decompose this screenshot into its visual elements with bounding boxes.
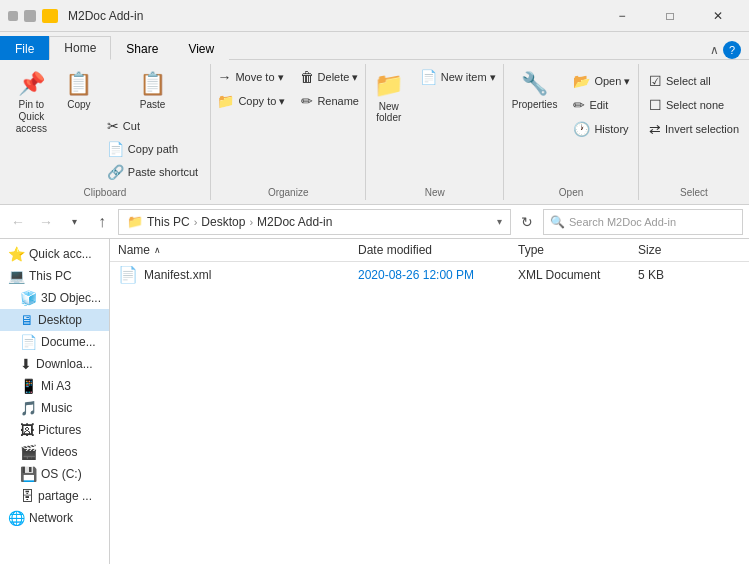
file-date: 2020-08-26 12:00 PM xyxy=(358,268,474,282)
ribbon-tabs: File Home Share View ∧ ? xyxy=(0,32,749,60)
search-box[interactable]: 🔍 Search M2Doc Add-in xyxy=(543,209,743,235)
main-content: ⭐ Quick acc... 💻 This PC 🧊 3D Objec... 🖥… xyxy=(0,239,749,564)
copy-path-icon: 📄 xyxy=(107,141,124,157)
help-icon[interactable]: ? xyxy=(723,41,741,59)
cut-button[interactable]: ✂ Cut xyxy=(100,115,205,137)
xml-file-icon: 📄 xyxy=(118,265,138,284)
copy-button[interactable]: 📋 Copy xyxy=(60,66,98,115)
sidebar-item-documents[interactable]: 📄 Docume... xyxy=(0,331,109,353)
col-size[interactable]: Size xyxy=(630,241,710,259)
sidebar-item-this-pc[interactable]: 💻 This PC xyxy=(0,265,109,287)
path-dropdown-icon[interactable]: ▾ xyxy=(497,216,502,227)
ribbon-group-organize: → Move to ▾ 🗑 Delete ▾ 📁 Copy to ▾ ✏ Ren… xyxy=(211,64,366,200)
open-label: Open xyxy=(559,183,583,198)
sidebar-item-desktop[interactable]: 🖥 Desktop xyxy=(0,309,109,331)
ribbon-collapse-icon[interactable]: ∧ xyxy=(710,43,719,57)
sort-arrow-icon: ∧ xyxy=(154,245,161,255)
delete-button[interactable]: 🗑 Delete ▾ xyxy=(293,66,366,88)
paste-button[interactable]: 📋 Paste xyxy=(132,66,173,115)
desktop-icon: 🖥 xyxy=(20,312,34,328)
path-m2doc[interactable]: M2Doc Add-in xyxy=(257,215,332,229)
address-bar: ← → ▾ ↑ 📁 This PC › Desktop › M2Doc Add-… xyxy=(0,205,749,239)
organize-row2: 📁 Copy to ▾ ✏ Rename xyxy=(210,90,366,112)
new-item-button[interactable]: 📄 New item ▾ xyxy=(413,66,503,88)
new-label: New xyxy=(425,183,445,198)
this-pc-icon: 💻 xyxy=(8,268,25,284)
up-button[interactable]: ↑ xyxy=(90,210,114,234)
sidebar-item-music[interactable]: 🎵 Music xyxy=(0,397,109,419)
file-list-header: Name ∧ Date modified Type Size xyxy=(110,239,749,262)
network-icon: 🌐 xyxy=(8,510,25,526)
path-desktop[interactable]: Desktop xyxy=(201,215,245,229)
properties-button[interactable]: 🔧 Properties xyxy=(505,66,565,115)
history-button[interactable]: 🕐 History xyxy=(566,118,637,140)
sidebar-item-quick-access[interactable]: ⭐ Quick acc... xyxy=(0,243,109,265)
copy-path-button[interactable]: 📄 Copy path xyxy=(100,138,205,160)
col-date[interactable]: Date modified xyxy=(350,241,510,259)
refresh-button[interactable]: ↻ xyxy=(515,210,539,234)
paste-shortcut-label: Paste shortcut xyxy=(128,166,198,178)
col-date-label: Date modified xyxy=(358,243,432,257)
pin-to-quick-access-button[interactable]: 📌 Pin to Quickaccess xyxy=(5,66,58,140)
close-button[interactable]: ✕ xyxy=(695,0,741,32)
documents-icon: 📄 xyxy=(20,334,37,350)
select-all-icon: ☑ xyxy=(649,73,662,89)
new-folder-icon: 📁 xyxy=(374,71,404,99)
sidebar-item-network[interactable]: 🌐 Network xyxy=(0,507,109,529)
partage-label: partage ... xyxy=(38,489,92,503)
path-this-pc[interactable]: This PC xyxy=(147,215,190,229)
paste-shortcut-button[interactable]: 🔗 Paste shortcut xyxy=(100,161,205,183)
sidebar-item-mi-a3[interactable]: 📱 Mi A3 xyxy=(0,375,109,397)
copy-to-button[interactable]: 📁 Copy to ▾ xyxy=(210,90,292,112)
edit-button[interactable]: ✏ Edit xyxy=(566,94,637,116)
move-to-icon: → xyxy=(217,69,231,85)
tab-view[interactable]: View xyxy=(173,36,229,60)
col-name[interactable]: Name ∧ xyxy=(110,241,350,259)
select-all-button[interactable]: ☑ Select all xyxy=(642,70,746,92)
new-folder-button[interactable]: 📁 Newfolder xyxy=(367,66,411,128)
history-label: History xyxy=(594,123,628,135)
downloads-label: Downloa... xyxy=(36,357,93,371)
pin-label: Pin to Quickaccess xyxy=(12,99,51,135)
sidebar-item-videos[interactable]: 🎬 Videos xyxy=(0,441,109,463)
copy-to-icon: 📁 xyxy=(217,93,234,109)
search-icon: 🔍 xyxy=(550,215,565,229)
sidebar-item-pictures[interactable]: 🖼 Pictures xyxy=(0,419,109,441)
new-small-items: 📄 New item ▾ xyxy=(413,66,503,104)
tab-share[interactable]: Share xyxy=(111,36,173,60)
table-row[interactable]: 📄 Manifest.xml 2020-08-26 12:00 PM XML D… xyxy=(110,262,749,288)
sidebar-item-os-c[interactable]: 💾 OS (C:) xyxy=(0,463,109,485)
open-item-button[interactable]: 📂 Open ▾ xyxy=(566,70,637,92)
minimize-button[interactable]: − xyxy=(599,0,645,32)
sidebar-item-3d-objects[interactable]: 🧊 3D Objec... xyxy=(0,287,109,309)
tab-file[interactable]: File xyxy=(0,36,49,60)
col-type[interactable]: Type xyxy=(510,241,630,259)
file-size: 5 KB xyxy=(638,268,664,282)
videos-label: Videos xyxy=(41,445,77,459)
forward-button[interactable]: → xyxy=(34,210,58,234)
recent-button[interactable]: ▾ xyxy=(62,210,86,234)
sidebar-item-partage[interactable]: 🗄 partage ... xyxy=(0,485,109,507)
videos-icon: 🎬 xyxy=(20,444,37,460)
select-none-button[interactable]: ☐ Select none xyxy=(642,94,746,116)
ribbon-group-clipboard: 📌 Pin to Quickaccess 📋 Copy 📋 Paste ✂ Cu… xyxy=(0,64,211,200)
rename-button[interactable]: ✏ Rename xyxy=(294,90,366,112)
invert-selection-button[interactable]: ⇄ Invert selection xyxy=(642,118,746,140)
desktop-label: Desktop xyxy=(38,313,82,327)
col-name-label: Name xyxy=(118,243,150,257)
tab-home[interactable]: Home xyxy=(49,36,111,60)
paste-group: 📋 Paste ✂ Cut 📄 Copy path 🔗 Paste shortc… xyxy=(100,66,205,183)
move-to-button[interactable]: → Move to ▾ xyxy=(210,66,290,88)
clipboard-label: Clipboard xyxy=(84,183,127,198)
documents-label: Docume... xyxy=(41,335,96,349)
back-button[interactable]: ← xyxy=(6,210,30,234)
search-placeholder: Search M2Doc Add-in xyxy=(569,216,676,228)
sidebar-item-downloads[interactable]: ⬇ Downloa... xyxy=(0,353,109,375)
open-label: Open ▾ xyxy=(594,75,630,88)
path-sep-2: › xyxy=(249,216,253,228)
maximize-button[interactable]: □ xyxy=(647,0,693,32)
file-name: Manifest.xml xyxy=(144,268,211,282)
ribbon: 📌 Pin to Quickaccess 📋 Copy 📋 Paste ✂ Cu… xyxy=(0,60,749,205)
rename-label: Rename xyxy=(317,95,359,107)
address-path[interactable]: 📁 This PC › Desktop › M2Doc Add-in ▾ xyxy=(118,209,511,235)
